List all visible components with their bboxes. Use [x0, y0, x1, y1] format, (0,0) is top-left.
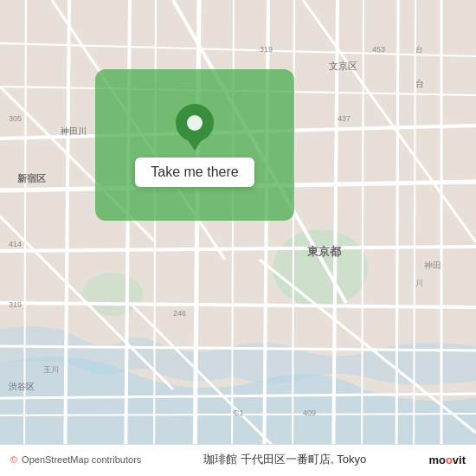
svg-text:409: 409 — [303, 408, 316, 417]
svg-text:川: 川 — [415, 279, 423, 287]
svg-text:東京都: 東京都 — [307, 245, 342, 258]
svg-text:319: 319 — [260, 45, 273, 54]
svg-text:305: 305 — [9, 114, 22, 123]
location-overlay: Take me there — [95, 69, 294, 221]
svg-text:神田川: 神田川 — [61, 126, 87, 136]
svg-text:246: 246 — [173, 309, 186, 318]
svg-text:新宿区: 新宿区 — [17, 173, 46, 183]
svg-text:453: 453 — [372, 45, 385, 54]
svg-text:319: 319 — [9, 300, 22, 309]
svg-text:台: 台 — [415, 45, 423, 54]
svg-text:神田: 神田 — [424, 261, 441, 270]
svg-text:渋谷区: 渋谷区 — [9, 382, 35, 391]
map-container: 305 414 319 246 C1 409 453 319 437 台 新宿区… — [0, 0, 476, 476]
svg-line-14 — [396, 0, 398, 476]
take-me-there-button[interactable]: Take me there — [135, 158, 254, 187]
svg-point-1 — [273, 229, 368, 307]
pin-circle — [176, 104, 214, 142]
attribution-container: © OpenStreetMap contributors — [10, 454, 141, 465]
openstreetmap-text: OpenStreetMap contributors — [22, 454, 141, 465]
svg-text:文京区: 文京区 — [329, 61, 357, 71]
place-name: 珈琲館 千代田区一番町店, Tokyo — [141, 452, 428, 467]
moovit-logo-accent: o — [446, 453, 453, 466]
svg-text:C1: C1 — [234, 408, 244, 417]
svg-text:437: 437 — [338, 114, 351, 123]
svg-text:玉川: 玉川 — [43, 365, 59, 374]
svg-text:414: 414 — [9, 240, 22, 248]
svg-text:台: 台 — [415, 79, 424, 88]
copyright-icon: © — [10, 454, 17, 465]
pin-inner — [187, 115, 203, 131]
location-pin — [176, 104, 214, 149]
bottom-bar: © OpenStreetMap contributors 珈琲館 千代田区一番町… — [0, 444, 476, 476]
moovit-logo: moovit — [428, 453, 466, 466]
